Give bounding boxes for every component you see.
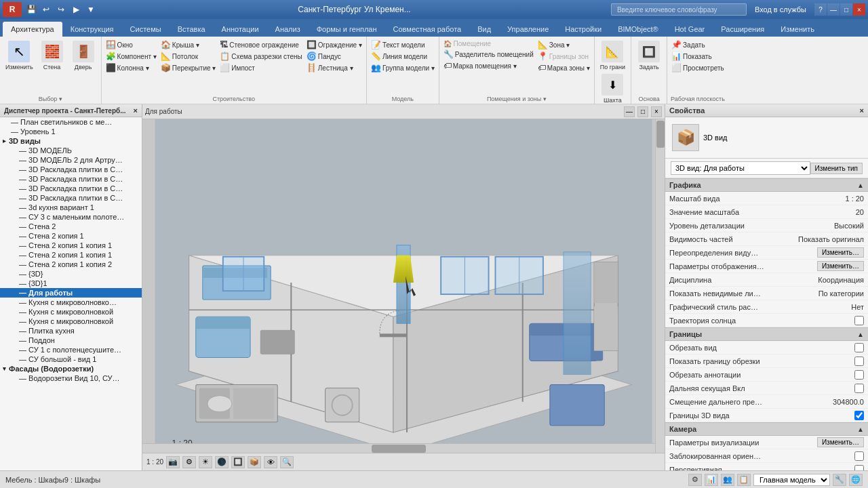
status-btn-5[interactable]: 🔧	[833, 474, 846, 486]
tree-item-3d[interactable]: — {3D}	[0, 269, 142, 279]
ribbon-item-wp-set[interactable]: 📌 Задать	[670, 39, 726, 50]
tree-item-wall2c1[interactable]: — Стена 2 копия 1	[0, 231, 142, 241]
sun-path-checkbox[interactable]	[854, 316, 864, 325]
tab-architecture[interactable]: Архитектура	[3, 22, 62, 37]
status-btn-1[interactable]: ⚙	[688, 474, 702, 486]
ribbon-item-mullion[interactable]: ⬜ Импост	[218, 62, 303, 73]
crop-view-checkbox[interactable]	[854, 343, 864, 352]
tree-item-kitchen-micro2[interactable]: — Кухня с микроволновкой	[0, 307, 142, 317]
ribbon-item-wallcut[interactable]: 📋 Схема разрезки стены	[218, 51, 303, 62]
tree-item-kitchen-micro3[interactable]: — Кухня с микроволновкой	[0, 317, 142, 326]
close-btn[interactable]: ×	[853, 3, 865, 16]
tree-item-wall2[interactable]: — Стена 2	[0, 222, 142, 231]
tab-insert[interactable]: Вставка	[170, 22, 214, 37]
tab-view[interactable]: Вид	[469, 22, 499, 37]
status-btn-2[interactable]: 📊	[705, 474, 718, 486]
ribbon-item-wall[interactable]: 🧱 Стена	[37, 39, 67, 72]
vp-camera-btn[interactable]: 📷	[166, 456, 180, 468]
tree-item-3dtile1[interactable]: — 3D Раскладка плитки в С…	[0, 165, 142, 174]
tab-collaboration[interactable]: Совместная работа	[385, 22, 470, 37]
ribbon-item-zone[interactable]: 📐 Зона ▾	[536, 39, 591, 50]
ribbon-item-curtainwall[interactable]: 🏗 Стеновое ограждение	[218, 39, 303, 50]
tab-analysis[interactable]: Анализ	[267, 22, 309, 37]
help-btn[interactable]: ?	[814, 3, 827, 16]
run-btn[interactable]: ▶	[69, 3, 83, 16]
tab-construction[interactable]: Конструкция	[62, 22, 122, 37]
tree-item-3dtile3[interactable]: — 3D Раскладка плитки в С…	[0, 184, 142, 193]
tree-item-su1[interactable]: — СУ 1 с полотенцесушите…	[0, 345, 142, 354]
tree-item-kitchen-tile[interactable]: — Плитка кухня	[0, 326, 142, 336]
tree-item-tray[interactable]: — Поддон	[0, 336, 142, 345]
ribbon-item-room[interactable]: 🏠 Помещение	[442, 39, 535, 48]
vscrollbar[interactable]	[655, 119, 665, 453]
view-type-select[interactable]: 3D вид: Для работы	[671, 161, 810, 175]
maximize-btn[interactable]: □	[840, 3, 852, 16]
status-btn-4[interactable]: 📋	[737, 474, 751, 486]
vp-filter-btn[interactable]: 🔍	[280, 456, 294, 468]
tab-systems[interactable]: Системы	[122, 22, 170, 37]
tab-bimobject[interactable]: BIMObject®	[610, 22, 666, 37]
status-btn-3[interactable]: 👥	[721, 474, 734, 486]
overrides-btn[interactable]: Изменить…	[817, 247, 864, 258]
tree-item-su3[interactable]: — СУ 3 с маленьким полоте…	[0, 212, 142, 222]
save-btn[interactable]: 💾	[24, 3, 38, 16]
ribbon-item-workplane-set[interactable]: 🔲 Задать	[634, 39, 664, 72]
model-select[interactable]: Главная модель	[753, 474, 830, 486]
ribbon-item-wp-view[interactable]: ⬜ Просмотреть	[670, 62, 726, 73]
redo-btn[interactable]: ↪	[54, 3, 68, 16]
tab-hotgear[interactable]: Hot Gear	[667, 22, 713, 37]
display-params-btn[interactable]: Изменить…	[817, 261, 864, 271]
ribbon-item-roomsep[interactable]: 🔧 Разделитель помещений	[442, 49, 535, 60]
close-panel-btn[interactable]: ×	[134, 106, 138, 115]
ribbon-item-floor[interactable]: 📦 Перекрытие ▾	[159, 62, 218, 73]
ribbon-item-ramp[interactable]: 🌀 Пандус	[305, 51, 363, 62]
far-clip-checkbox[interactable]	[854, 384, 864, 393]
vp-settings-btn[interactable]: ⚙	[182, 456, 196, 468]
tree-item-wall2c1c2[interactable]: — Стена 2 копия 1 копия 2	[0, 260, 142, 269]
ribbon-item-column[interactable]: ⬛ Колонна ▾	[104, 62, 158, 73]
ribbon-item-wp-show[interactable]: 📊 Показать	[670, 51, 726, 62]
tree-item-level1[interactable]: — Уровень 1	[0, 127, 142, 136]
tab-modify[interactable]: Изменить	[772, 22, 823, 37]
viewport-3d[interactable]: 1 : 20	[142, 119, 665, 453]
vp-render-btn[interactable]: 🔲	[231, 456, 245, 468]
vp-sun-btn[interactable]: ☀	[199, 456, 212, 468]
tree-item-wall2c1c1b[interactable]: — Стена 2 копия 1 копия 1	[0, 250, 142, 260]
status-btn-6[interactable]: 🌐	[849, 474, 863, 486]
tree-item-3dmodel[interactable]: — 3D МОДЕЛЬ	[0, 146, 142, 155]
show-crop-checkbox[interactable]	[854, 357, 864, 366]
ribbon-item-railing[interactable]: 🔲 Ограждение ▾	[305, 39, 363, 50]
vp-shadow-btn[interactable]: 🌑	[215, 456, 229, 468]
tab-annotations[interactable]: Аннотации	[214, 22, 267, 37]
tree-item-lights[interactable]: — План светильников с ме…	[0, 117, 142, 127]
perspective-checkbox[interactable]	[854, 465, 864, 471]
tree-item-3d1[interactable]: — {3D}1	[0, 279, 142, 288]
ribbon-item-shaft[interactable]: ⬇ Шахта	[597, 73, 628, 105]
ribbon-item-zoneboundary[interactable]: 📍 Границы зон	[536, 51, 591, 62]
tree-item-3dtile2[interactable]: — 3D Раскладка плитки в С…	[0, 174, 142, 184]
render-params-btn[interactable]: Изменить…	[817, 437, 864, 447]
ribbon-item-door[interactable]: 🚪 Дверь	[68, 39, 98, 72]
crop-annotations-checkbox[interactable]	[854, 370, 864, 380]
ribbon-item-roof[interactable]: 🏠 Крыша ▾	[159, 39, 218, 50]
minimize-btn[interactable]: —	[827, 3, 840, 16]
ribbon-item-component[interactable]: 🧩 Компонент ▾	[104, 51, 158, 62]
undo-btn[interactable]: ↩	[39, 3, 53, 16]
ribbon-item-stair[interactable]: 🪜 Лестница ▾	[305, 62, 363, 73]
vp-model-btn[interactable]: 📦	[248, 456, 261, 468]
qa-dropdown[interactable]: ▼	[84, 3, 98, 16]
tree-item-wateroutlet[interactable]: — Водорозетки Вид 10, СУ…	[0, 373, 142, 383]
locked-orient-checkbox[interactable]	[854, 451, 864, 461]
ribbon-item-modeltext[interactable]: 📝 Текст модели	[370, 39, 436, 50]
tab-settings[interactable]: Настройки	[557, 22, 610, 37]
section-bounds[interactable]: Границы ▲	[665, 327, 868, 341]
close-props-btn[interactable]: ×	[860, 106, 864, 115]
vp-close-btn[interactable]: ×	[651, 106, 662, 117]
tree-section-facades[interactable]: ▾ Фасады (Водорозетки)	[0, 364, 142, 373]
ribbon-item-modelgroup[interactable]: 👥 Группа модели ▾	[370, 62, 436, 73]
login-btn[interactable]: Вход в службы	[749, 4, 812, 15]
ribbon-item-roomtag[interactable]: 🏷 Марка помещения ▾	[442, 60, 535, 71]
vp-maximize-btn[interactable]: □	[637, 106, 648, 117]
tab-forms[interactable]: Формы и генплан	[309, 22, 385, 37]
tree-section-3dviews[interactable]: ▸ 3D виды	[0, 136, 142, 146]
